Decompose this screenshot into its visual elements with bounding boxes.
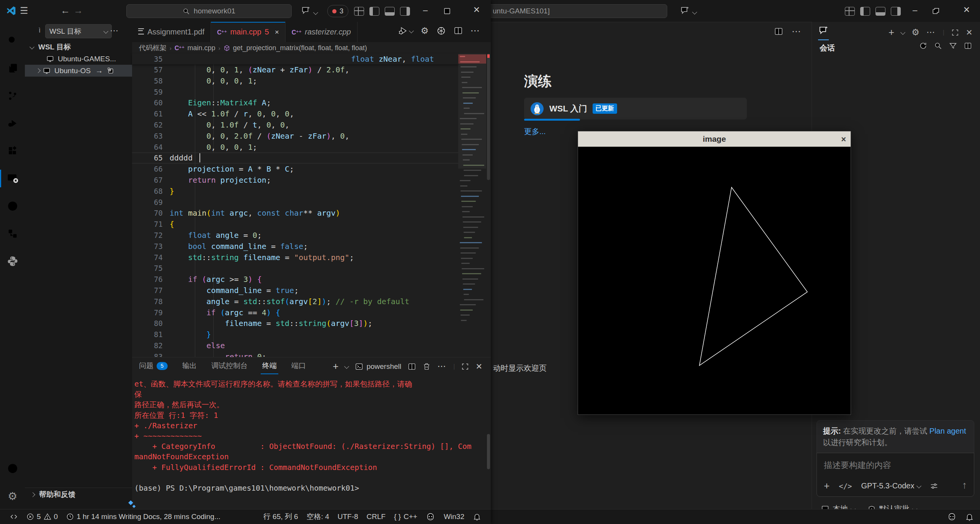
split-editor-icon[interactable] <box>774 27 783 36</box>
customize-layout-icon[interactable] <box>845 7 855 16</box>
panel-tab-调试控制台[interactable]: 调试控制台 <box>210 357 249 374</box>
menu-hamburger-icon[interactable]: ☰ <box>20 5 28 16</box>
code-line-60[interactable]: 60 Eigen::Matrix4f A; <box>132 97 458 108</box>
explorer-files-icon[interactable] <box>0 56 25 80</box>
copilot-robot-icon[interactable] <box>947 512 957 522</box>
chat-more-icon[interactable]: ⋯ <box>926 27 936 38</box>
right-restore-button[interactable] <box>932 7 940 15</box>
editor-more-icon[interactable]: ⋯ <box>470 25 480 36</box>
tab-Assignment1.pdf[interactable]: Assignment1.pdf <box>132 22 211 42</box>
tab-main.cpp[interactable]: C⁺⁺main.cpp5× <box>211 22 286 42</box>
editor-settings-gear-icon[interactable]: ⚙ <box>421 26 429 36</box>
remote-explorer-icon[interactable] <box>0 167 25 190</box>
code-line-66[interactable]: 66 projection = A * B * C; <box>132 164 458 175</box>
toggle-primary-sidebar-icon[interactable] <box>860 7 870 16</box>
tree-item-ubuntu-games[interactable]: Ubuntu-GAMES... <box>25 53 132 65</box>
plan-agent-link[interactable]: Plan agent <box>929 427 966 435</box>
panel-tab-问题[interactable]: 问题5 <box>137 357 169 374</box>
sticky-scroll-line[interactable]: 35 float zNear, float <box>132 54 458 64</box>
remote-scope-select[interactable]: WSL 目标 <box>45 24 112 38</box>
code-line-67[interactable]: 67 return projection; <box>132 175 458 186</box>
walkthrough-card-wsl[interactable]: WSL 入门 已更新 <box>524 98 747 120</box>
search-activity-icon[interactable] <box>0 29 25 52</box>
code-line-74[interactable]: 74 std::string filename = "output.png"; <box>132 252 458 263</box>
attach-icon[interactable]: + <box>824 480 830 492</box>
open-in-new-window-icon[interactable] <box>107 67 114 74</box>
send-icon[interactable]: ↑ <box>962 479 967 491</box>
panel-tab-输出[interactable]: 输出 <box>181 357 198 374</box>
kill-terminal-trash-icon[interactable] <box>423 362 431 370</box>
chat-titlebar-icon[interactable] <box>680 5 690 15</box>
chat-dropdown-chevron[interactable] <box>693 8 696 15</box>
breadcrumb-item[interactable]: main.cpp <box>187 44 215 52</box>
chat-maximize-icon[interactable] <box>951 29 959 36</box>
encoding-status[interactable]: UTF-8 <box>333 509 363 524</box>
code-line-79[interactable]: 79 if (argc == 4) { <box>132 307 458 318</box>
code-line-59[interactable]: 59 <box>132 87 458 98</box>
toggle-secondary-sidebar-icon[interactable] <box>891 7 901 16</box>
code-line-63[interactable]: 63 0, 0, 2.0f / (zNear - zFar), 0, <box>132 131 458 142</box>
scrollbar-thumb[interactable] <box>487 54 490 180</box>
code-line-73[interactable]: 73 bool command_line = false; <box>132 241 458 252</box>
customize-layout-icon-left[interactable] <box>354 7 364 16</box>
toggle-primary-sidebar-icon-left[interactable] <box>369 7 379 16</box>
code-line-62[interactable]: 62 0, 1.0f / t, 0, 0, <box>132 120 458 131</box>
tree-item-ubuntu-os[interactable]: Ubuntu-OS → <box>25 65 132 77</box>
tools-sliders-icon[interactable] <box>930 482 938 490</box>
chat-tab-icon[interactable] <box>818 25 829 40</box>
code-line-81[interactable]: 81 } <box>132 329 458 340</box>
close-panel-icon[interactable]: ✕ <box>475 362 482 371</box>
language-status[interactable]: { } C++ <box>390 509 421 524</box>
terminal-shell-item[interactable]: powershell <box>355 362 401 371</box>
more-actions-icon[interactable]: ⋯ <box>792 26 802 37</box>
minimize-button[interactable]: – <box>416 5 434 15</box>
chat-settings-gear-icon[interactable]: ⚙ <box>911 27 920 38</box>
run-debug-dropdown-icon[interactable] <box>398 26 413 36</box>
source-control-icon[interactable] <box>0 84 25 108</box>
filter-icon[interactable] <box>949 42 957 50</box>
opencv-image-window[interactable]: image × <box>578 131 851 415</box>
new-chat-dropdown-icon[interactable] <box>900 30 905 35</box>
recording-indicator[interactable]: 3 <box>327 5 348 17</box>
panel-tab-终端[interactable]: 终端 <box>261 357 278 374</box>
code-line-64[interactable]: 64 0, 0, 0, 1; <box>132 142 458 153</box>
platform-status[interactable]: Win32 <box>439 509 469 524</box>
code-line-71[interactable]: 71{ <box>132 219 458 230</box>
connect-arrow-icon[interactable]: → <box>95 66 103 75</box>
new-chat-icon[interactable]: + <box>889 26 894 38</box>
tab-rasterizer.cpp[interactable]: C⁺⁺rasterizer.cpp <box>286 22 358 42</box>
indent-status[interactable]: 空格: 4 <box>302 509 333 524</box>
panel-tab-端口[interactable]: 端口 <box>290 357 307 374</box>
accounts-icon[interactable] <box>0 457 25 480</box>
code-line-72[interactable]: 72 float angle = 0; <box>132 230 458 241</box>
code-line-80[interactable]: 80 filename = std::string(argv[3]); <box>132 318 458 329</box>
notifications-bell-icon-left[interactable] <box>469 509 485 524</box>
terminal-dropdown-icon[interactable] <box>345 364 350 369</box>
code-line-82[interactable]: 82 else <box>132 340 458 351</box>
right-window-search-input[interactable]: untu-GAMES101] <box>489 4 667 18</box>
run-debug-icon[interactable] <box>0 111 25 135</box>
terminal-output[interactable]: et、函数、脚本文件或可运行程序的名称。请检查名称的拼写，如果包括路径，请确保路… <box>134 379 472 493</box>
code-line-65[interactable]: 65ddddd <box>132 152 458 164</box>
code-line-75[interactable]: 75 <box>132 263 458 274</box>
breadcrumb-item[interactable]: get_projection_matrix(float, float, floa… <box>233 44 367 52</box>
search-sessions-icon[interactable] <box>934 42 942 50</box>
code-line-78[interactable]: 78 angle = std::stof(argv[2]); // -r by … <box>132 296 458 307</box>
problems-status[interactable]: 5 0 <box>22 509 62 524</box>
image-window-close-icon[interactable]: × <box>841 134 846 144</box>
chat-input-box[interactable]: 描述要构建的内容 + </> GPT-5.3-Codex ↑ <box>817 453 974 497</box>
time-tracker-status[interactable]: 1 hr 14 mins Writing Docs, 28 mins Codin… <box>62 509 225 524</box>
code-line-69[interactable]: 69 <box>132 197 458 208</box>
image-window-titlebar[interactable]: image × <box>578 131 851 147</box>
code-line-61[interactable]: 61 A << 1.0f / r, 0, 0, 0, <box>132 108 458 120</box>
code-line-68[interactable]: 68} <box>132 186 458 197</box>
show-welcome-checkbox-label[interactable]: 动时显示欢迎页 <box>493 363 547 373</box>
right-close-button[interactable]: ✕ <box>958 5 975 15</box>
toggle-panel-icon[interactable] <box>875 7 885 16</box>
hierarchy-icon[interactable] <box>0 222 25 246</box>
chat-close-icon[interactable]: ✕ <box>966 28 973 37</box>
chat-dropdown-chevron-left[interactable] <box>314 9 317 16</box>
openai-logo-icon[interactable] <box>436 26 446 36</box>
editor-scrollbar[interactable] <box>486 54 491 357</box>
refresh-icon[interactable] <box>919 42 927 50</box>
